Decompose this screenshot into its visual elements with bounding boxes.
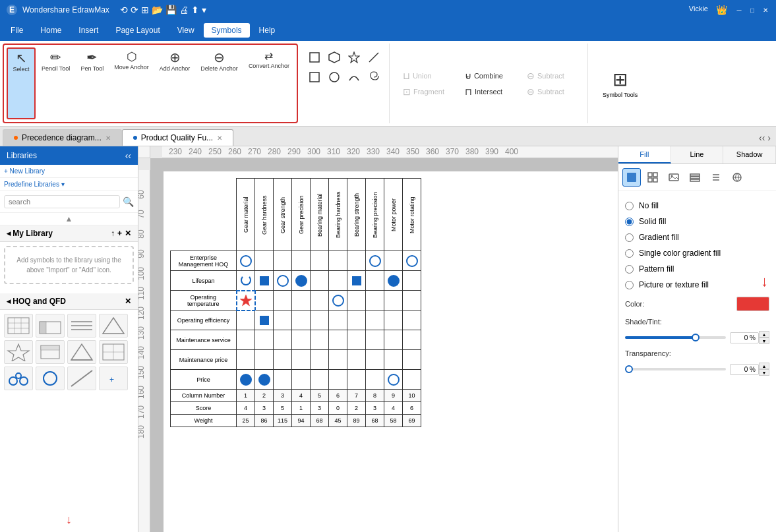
menu-page-layout[interactable]: Page Layout: [107, 23, 167, 38]
menu-home[interactable]: Home: [32, 23, 69, 38]
transparency-slider-thumb[interactable]: [625, 365, 633, 373]
pen-tool[interactable]: ✒ Pen Tool: [76, 47, 108, 119]
undo-btn[interactable]: ⟲: [120, 5, 128, 15]
close-hoq-btn[interactable]: ✕: [125, 297, 131, 306]
cell-7-8[interactable]: [366, 370, 384, 390]
symbol-tools-btn[interactable]: ⊞ Symbol Tools: [596, 63, 644, 103]
panel-icon-image[interactable]: [665, 168, 683, 187]
cell-2-7[interactable]: [347, 271, 366, 291]
cell-3-10[interactable]: [403, 291, 421, 310]
tab-close-1[interactable]: ✕: [105, 134, 111, 142]
cell-1-5[interactable]: [311, 251, 329, 271]
cell-2-8[interactable]: [366, 271, 384, 291]
radio-solid-fill[interactable]: [625, 218, 634, 226]
new-library-btn[interactable]: + New Library: [4, 167, 45, 175]
add-library-btn[interactable]: +: [117, 229, 122, 238]
cell-2-6[interactable]: [329, 271, 347, 291]
shape-star[interactable]: [345, 49, 363, 66]
cell-2-5[interactable]: [311, 271, 329, 291]
color-swatch[interactable]: [736, 297, 769, 311]
panel-icon-grid[interactable]: [643, 168, 662, 187]
tab-product[interactable]: Product Quality Fu... ✕: [122, 129, 233, 146]
add-anchor-tool[interactable]: ⊕ Add Anchor: [155, 47, 195, 119]
cell-3-4[interactable]: [292, 291, 311, 310]
cell-5-1[interactable]: [237, 330, 255, 350]
hoq-item-10[interactable]: [36, 367, 65, 390]
cell-2-10[interactable]: [403, 271, 421, 291]
cell-1-4[interactable]: [292, 251, 311, 271]
hoq-item-5[interactable]: [4, 340, 33, 364]
panel-icon-link[interactable]: [728, 168, 746, 187]
cell-1-10[interactable]: [403, 251, 421, 271]
radio-pattern-fill[interactable]: [625, 265, 634, 274]
subtract2-btn[interactable]: ⊖ Subtract: [522, 84, 581, 99]
convert-anchor-tool[interactable]: ⇄ Convert Anchor: [244, 47, 294, 119]
close-library-btn[interactable]: ✕: [125, 229, 131, 238]
panel-icon-fill[interactable]: [622, 168, 641, 187]
radio-gradient-fill[interactable]: [625, 233, 634, 242]
transparency-increment[interactable]: ▲: [759, 363, 769, 369]
panel-icon-layers[interactable]: [686, 168, 704, 187]
cell-2-3[interactable]: [274, 271, 292, 291]
more-btn[interactable]: ▾: [202, 5, 206, 15]
shade-decrement[interactable]: ▼: [759, 338, 769, 344]
hoq-item-7[interactable]: [67, 340, 96, 364]
sidebar-collapse-btn[interactable]: ‹‹: [125, 150, 131, 161]
cell-5-9[interactable]: [384, 330, 403, 350]
cell-3-5[interactable]: [311, 291, 329, 310]
cell-5-2[interactable]: [255, 330, 274, 350]
cell-2-4[interactable]: [292, 271, 311, 291]
save-btn[interactable]: 💾: [165, 5, 177, 15]
move-anchor-tool[interactable]: ⬡ Move Anchor: [109, 47, 154, 119]
cell-2-9[interactable]: [384, 271, 403, 291]
cell-4-7[interactable]: [347, 310, 366, 330]
cell-6-4[interactable]: [292, 350, 311, 370]
cell-6-1[interactable]: [237, 350, 255, 370]
shape-rect2[interactable]: [306, 69, 323, 86]
cell-1-7[interactable]: [347, 251, 366, 271]
shape-line[interactable]: [365, 49, 382, 66]
cell-6-2[interactable]: [255, 350, 274, 370]
menu-insert[interactable]: Insert: [71, 23, 106, 38]
subtract-btn[interactable]: ⊖ Subtract: [522, 69, 581, 83]
tab-shadow[interactable]: Shadow: [723, 146, 776, 163]
close-btn[interactable]: ✕: [760, 5, 771, 15]
cell-7-7[interactable]: [347, 370, 366, 390]
hoq-item-6[interactable]: [36, 340, 65, 364]
cell-6-9[interactable]: [384, 350, 403, 370]
cell-5-6[interactable]: [329, 330, 347, 350]
tab-nav-left[interactable]: ‹‹: [759, 133, 765, 143]
cell-6-10[interactable]: [403, 350, 421, 370]
cell-1-8[interactable]: [366, 251, 384, 271]
hoq-item-4[interactable]: [99, 314, 128, 338]
menu-symbols[interactable]: Symbols: [204, 23, 250, 38]
cell-6-7[interactable]: [347, 350, 366, 370]
cell-3-1[interactable]: [237, 291, 255, 310]
delete-anchor-tool[interactable]: ⊖ Delete Anchor: [196, 47, 243, 119]
intersect-btn[interactable]: ⊓ Intersect: [460, 84, 519, 99]
cell-5-5[interactable]: [311, 330, 329, 350]
search-icon[interactable]: 🔍: [123, 196, 134, 207]
export-library-btn[interactable]: ↑: [111, 229, 115, 238]
panel-icon-list[interactable]: [707, 168, 725, 187]
cell-4-4[interactable]: [292, 310, 311, 330]
cell-4-2[interactable]: [255, 310, 274, 330]
cell-4-5[interactable]: [311, 310, 329, 330]
predefine-libraries-btn[interactable]: Predefine Libraries ▾: [4, 181, 65, 188]
cell-1-6[interactable]: [329, 251, 347, 271]
tab-close-2[interactable]: ✕: [217, 134, 222, 142]
menu-view[interactable]: View: [169, 23, 202, 38]
tab-precedence[interactable]: Precedence diagram... ✕: [3, 129, 122, 146]
cell-7-2[interactable]: [255, 370, 274, 390]
cell-2-2[interactable]: [255, 271, 274, 291]
transparency-percent-input[interactable]: [730, 364, 759, 375]
cell-4-9[interactable]: [384, 310, 403, 330]
cell-2-1[interactable]: [237, 271, 255, 291]
cell-7-9[interactable]: [384, 370, 403, 390]
maximize-btn[interactable]: □: [747, 5, 758, 15]
open-btn[interactable]: 📂: [152, 5, 163, 15]
cell-5-10[interactable]: [403, 330, 421, 350]
canvas-paper-area[interactable]: Gear material Gear hardness Gear strengt…: [150, 158, 618, 532]
cell-7-5[interactable]: [311, 370, 329, 390]
cell-1-3[interactable]: [274, 251, 292, 271]
